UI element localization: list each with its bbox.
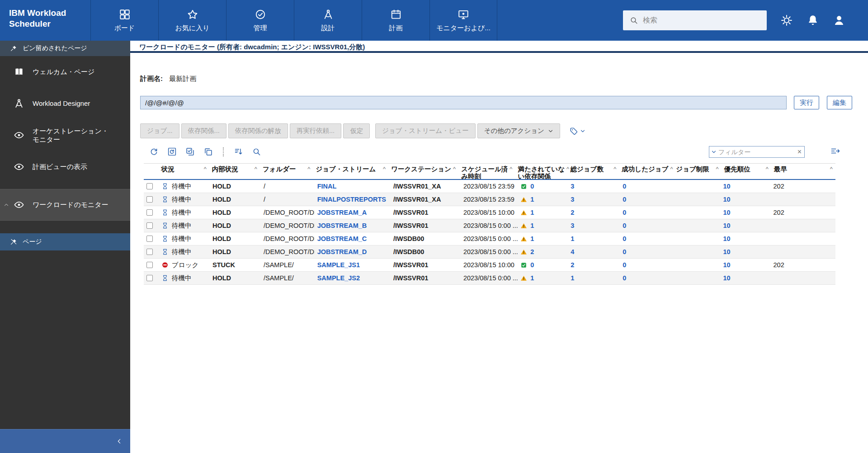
sort-caret-icon[interactable]: ^	[669, 165, 673, 173]
user-menu-button[interactable]	[833, 14, 845, 27]
unsatisfied-deps-link[interactable]: 1	[530, 235, 534, 242]
filter-dropdown-button[interactable]	[709, 149, 718, 155]
sort-caret-icon[interactable]: ^	[202, 165, 207, 173]
total-jobs-link[interactable]: 2	[571, 261, 574, 269]
search-input[interactable]	[643, 16, 760, 24]
job-stream-link[interactable]: JOBSTREAM_B	[317, 222, 367, 229]
sidebar-item-orchestration-monitor[interactable]: オーケストレーション・モニター	[0, 119, 130, 151]
unsatisfied-deps-link[interactable]: 2	[530, 248, 534, 255]
column-header-total-jobs[interactable]: 総ジョブ数^	[567, 164, 619, 179]
row-checkbox[interactable]	[146, 209, 153, 216]
priority-link[interactable]: 10	[723, 248, 730, 255]
row-checkbox[interactable]	[146, 262, 153, 268]
column-header-internal-status[interactable]: 内部状況^	[209, 164, 260, 179]
job-stream-link[interactable]: FINALPOSTREPORTS	[317, 196, 386, 203]
action-rerun-button[interactable]: 再実行依頼...	[290, 123, 342, 138]
copy-button[interactable]	[203, 147, 213, 156]
sidebar-item-welcome-page[interactable]: ウェルカム・ページ	[0, 56, 130, 88]
priority-link[interactable]: 10	[723, 235, 730, 242]
row-checkbox[interactable]	[146, 236, 153, 242]
total-jobs-link[interactable]: 1	[571, 235, 574, 242]
sort-button[interactable]	[234, 147, 243, 156]
refresh-button[interactable]	[149, 147, 159, 156]
unsatisfied-deps-link[interactable]: 1	[530, 209, 534, 216]
job-stream-link[interactable]: SAMPLE_JS1	[317, 261, 360, 269]
pages-header[interactable]: ページ	[0, 233, 130, 250]
job-stream-link[interactable]: SAMPLE_JS2	[317, 274, 360, 282]
row-checkbox[interactable]	[146, 196, 153, 203]
column-header-priority[interactable]: 優先順位^	[722, 164, 771, 179]
successful-jobs-link[interactable]: 0	[623, 274, 626, 282]
action-job-button[interactable]: ジョブ...	[140, 123, 179, 138]
column-header-folder[interactable]: フォルダー^	[260, 164, 313, 179]
action-release-dependencies-button[interactable]: 依存関係の解放	[228, 123, 288, 138]
job-stream-link[interactable]: JOBSTREAM_D	[317, 248, 367, 255]
unsatisfied-deps-link[interactable]: 1	[530, 274, 534, 282]
column-header-scheduled-time[interactable]: スケジュール済み時刻^	[458, 164, 515, 179]
unsatisfied-deps-link[interactable]: 0	[530, 183, 534, 190]
sort-caret-icon[interactable]: ^	[451, 165, 456, 173]
priority-link[interactable]: 10	[723, 196, 730, 203]
successful-jobs-link[interactable]: 0	[623, 196, 626, 203]
unsatisfied-deps-link[interactable]: 0	[530, 261, 534, 269]
topnav-item-planning[interactable]: 計画	[362, 0, 429, 41]
unsatisfied-deps-link[interactable]: 1	[530, 196, 534, 203]
topnav-item-favorites[interactable]: お気に入り	[158, 0, 226, 41]
total-jobs-link[interactable]: 1	[571, 274, 574, 282]
column-header-job-limit[interactable]: ジョブ制限^	[673, 164, 721, 179]
global-search[interactable]	[623, 10, 767, 30]
sidebar-item-plan-view[interactable]: 計画ビューの表示	[0, 151, 130, 183]
priority-link[interactable]: 10	[723, 274, 730, 282]
sort-caret-icon[interactable]: ^	[306, 165, 310, 173]
successful-jobs-link[interactable]: 0	[623, 209, 626, 216]
job-stream-link[interactable]: FINAL	[317, 183, 337, 190]
unsatisfied-deps-link[interactable]: 1	[530, 222, 534, 229]
filter-box[interactable]: ×	[709, 146, 805, 158]
priority-link[interactable]: 10	[723, 209, 730, 216]
total-jobs-link[interactable]: 3	[571, 183, 574, 190]
successful-jobs-link[interactable]: 0	[623, 222, 626, 229]
successful-jobs-link[interactable]: 0	[623, 248, 626, 255]
column-header-unsatisfied-deps[interactable]: 満たされていない依存関係^	[515, 164, 567, 179]
job-stream-link[interactable]: JOBSTREAM_A	[317, 209, 367, 216]
column-export-button[interactable]	[830, 146, 841, 158]
select-all-button[interactable]	[185, 147, 195, 156]
topnav-item-monitoring[interactable]: モニターおよび...	[429, 0, 497, 41]
column-header-job-stream[interactable]: ジョブ・ストリーム^	[313, 164, 388, 179]
topnav-item-design[interactable]: 設計	[294, 0, 362, 41]
sort-caret-icon[interactable]: ^	[714, 165, 719, 173]
topnav-item-administration[interactable]: 管理	[226, 0, 294, 41]
column-header-successful-jobs[interactable]: 成功したジョブ^	[619, 164, 673, 179]
total-jobs-link[interactable]: 2	[571, 209, 574, 216]
sort-caret-icon[interactable]: ^	[508, 165, 512, 173]
sort-caret-icon[interactable]: ^	[764, 165, 769, 173]
notifications-button[interactable]	[807, 14, 819, 27]
sidebar-item-workload-designer[interactable]: Workload Designer	[0, 88, 130, 119]
action-confirm-button[interactable]: 仮定	[343, 123, 370, 138]
sidebar-collapse-button[interactable]	[0, 429, 130, 453]
sort-caret-icon[interactable]: ^	[612, 165, 616, 173]
filter-clear-button[interactable]: ×	[795, 148, 804, 156]
query-input[interactable]	[140, 96, 787, 109]
total-jobs-link[interactable]: 3	[571, 196, 574, 203]
action-dependencies-button[interactable]: 依存関係...	[181, 123, 226, 138]
workload-tag-button[interactable]	[569, 127, 585, 136]
edit-button[interactable]: 編集	[827, 96, 852, 109]
total-jobs-link[interactable]: 3	[571, 222, 574, 229]
row-checkbox[interactable]	[146, 275, 153, 281]
priority-link[interactable]: 10	[723, 222, 730, 229]
successful-jobs-link[interactable]: 0	[623, 235, 626, 242]
sort-caret-icon[interactable]: ^	[253, 165, 257, 173]
row-checkbox[interactable]	[146, 249, 153, 255]
sort-caret-icon[interactable]: ^	[828, 165, 833, 173]
action-more-actions-button[interactable]: その他のアクション	[477, 123, 560, 138]
run-button[interactable]: 実行	[794, 96, 819, 109]
sort-caret-icon[interactable]: ^	[381, 165, 386, 173]
auto-refresh-button[interactable]	[167, 147, 177, 156]
find-button[interactable]	[252, 147, 261, 156]
column-header-workstation[interactable]: ワークステーション^	[388, 164, 458, 179]
job-stream-link[interactable]: JOBSTREAM_C	[317, 235, 367, 242]
topnav-item-board[interactable]: ボード	[90, 0, 158, 41]
sidebar-item-workload-monitor[interactable]: ワークロードのモニター	[0, 189, 130, 221]
settings-button[interactable]	[780, 14, 793, 27]
